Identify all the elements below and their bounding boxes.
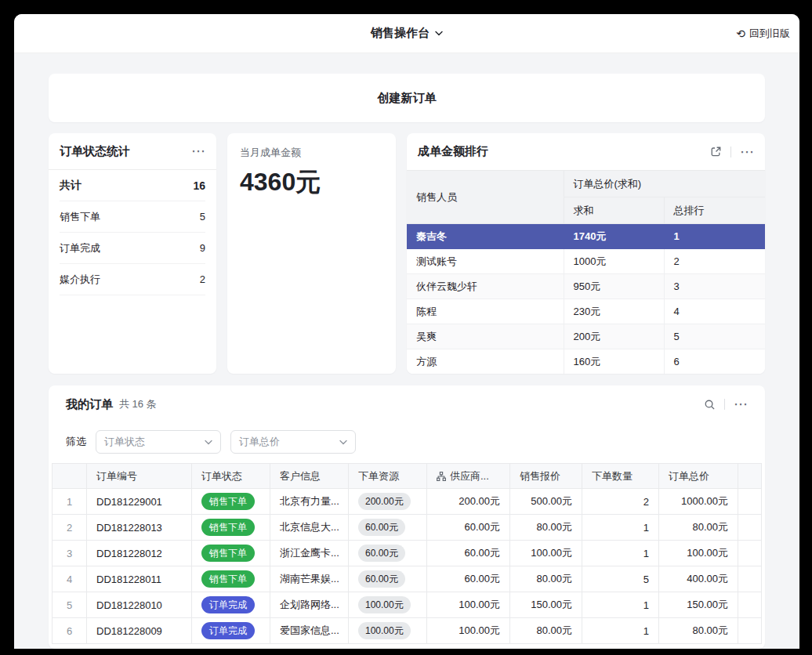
order-row[interactable]: 2 DD181228013 销售下单 北京信息大... 60.00元 60.00… [53,515,762,541]
col-supplier[interactable]: 供应商... [427,464,510,489]
ranking-col-total-group: 订单总价(求和) [564,171,765,197]
col-status[interactable]: 订单状态 [192,464,270,489]
order-row[interactable]: 5 DD181228010 订单完成 企划路网络... 100.00元 100.… [53,592,762,618]
sum-cell: 950元 [564,274,664,299]
search-icon[interactable] [703,398,716,411]
quantity-cell: 1 [582,618,659,644]
order-status-stats-card: 订单状态统计 ⋯ 共计 16 销售下单 5 订单完成 9 媒介执行 2 [49,133,216,374]
ranking-col-rank: 总排行 [664,197,765,224]
orders-table: 订单编号 订单状态 客户信息 下单资源 供应商... 销售报价 下单数量 订单 [52,463,762,644]
stat-value: 16 [193,179,205,192]
history-back-icon: ⟲ [736,27,745,40]
supplier-cell: 60.00元 [427,515,510,541]
quote-cell: 80.00元 [510,515,582,541]
status-cell: 销售下单 [192,541,270,566]
quote-cell: 100.00元 [510,541,582,566]
status-card-menu-icon[interactable]: ⋯ [191,144,205,158]
order-row[interactable]: 4 DD181228011 销售下单 湖南芒果娱... 60.00元 60.00… [53,566,762,592]
salesperson-cell: 陈程 [407,299,564,324]
stat-row-media: 媒介执行 2 [60,264,205,295]
quantity-cell: 5 [582,566,659,592]
stats-cards-row: 订单状态统计 ⋯ 共计 16 销售下单 5 订单完成 9 媒介执行 2 [49,133,765,374]
orders-card-actions: ⋯ [703,397,748,411]
customer-cell: 北京信息大... [270,515,349,541]
resource-cell: 100.00元 [349,618,427,644]
total-cell: 100.00元 [659,541,738,566]
orders-card-menu-icon[interactable]: ⋯ [734,397,748,411]
export-icon[interactable] [709,146,722,158]
status-badge: 订单完成 [201,596,255,613]
col-resource[interactable]: 下单资源 [349,464,427,489]
status-badge: 销售下单 [201,493,255,510]
extra-cell [738,618,762,644]
ranking-row[interactable]: 陈程 230元 4 [407,299,765,324]
row-index: 6 [53,618,87,644]
stat-row-sales: 销售下单 5 [60,201,205,233]
ranking-col-sum: 求和 [564,197,664,224]
extra-cell [738,541,762,566]
row-index: 3 [53,541,87,566]
total-cell: 400.00元 [659,566,738,592]
resource-cell: 60.00元 [349,541,427,566]
resource-cell: 100.00元 [349,592,427,618]
order-row[interactable]: 6 DD181228009 订单完成 爱国家信息... 100.00元 100.… [53,618,762,644]
order-no-cell: DD181228009 [87,618,192,644]
status-card-title: 订单状态统计 [60,144,130,159]
extra-cell [738,566,762,592]
orders-card-header: 我的订单 共 16 条 ⋯ [49,385,765,423]
month-amount-card: 当月成单金额 4360元 [227,133,396,374]
col-order-no[interactable]: 订单编号 [87,464,192,489]
resource-pill: 100.00元 [358,622,411,639]
rank-cell: 4 [664,299,765,324]
resource-pill: 60.00元 [358,519,405,536]
ranking-card-menu-icon[interactable]: ⋯ [740,145,754,159]
resource-pill: 60.00元 [358,545,405,562]
col-supplier-label: 供应商... [450,469,489,483]
col-quantity[interactable]: 下单数量 [582,464,659,489]
ranking-row[interactable]: 吴爽 200元 5 [407,324,765,349]
orders-card-title: 我的订单 [66,397,113,412]
ranking-row[interactable]: 测试账号 1000元 2 [407,249,765,274]
ranking-row[interactable]: 秦吉冬 1740元 1 [407,224,765,249]
back-to-old-version-button[interactable]: ⟲ 回到旧版 [736,14,790,53]
extra-cell [738,489,762,515]
row-index: 1 [53,489,87,515]
status-cell: 销售下单 [192,515,270,541]
order-row[interactable]: 3 DD181228012 销售下单 浙江金鹰卡... 60.00元 60.00… [53,541,762,566]
customer-cell: 湖南芒果娱... [270,566,349,592]
rank-cell: 2 [664,249,765,274]
col-quote[interactable]: 销售报价 [510,464,582,489]
ranking-card-title: 成单金额排行 [418,144,488,159]
salesperson-cell: 伙伴云魏少轩 [407,274,564,299]
ranking-row[interactable]: 伙伴云魏少轩 950元 3 [407,274,765,299]
col-total[interactable]: 订单总价 [659,464,738,489]
stat-value: 9 [200,242,205,254]
back-to-old-version-label: 回到旧版 [749,27,790,41]
resource-cell: 60.00元 [349,566,427,592]
rank-cell: 6 [664,349,765,375]
create-order-button[interactable]: 创建新订单 [49,74,765,122]
supplier-cell: 200.00元 [427,489,510,515]
order-total-filter-select[interactable]: 订单总价 [230,430,356,454]
order-total-filter-placeholder: 订单总价 [239,435,280,449]
stat-row-complete: 订单完成 9 [60,233,205,264]
app-window: 销售操作台 ⟲ 回到旧版 创建新订单 订单状态统计 ⋯ 共计 16 [14,14,799,649]
workspace-title-dropdown[interactable]: 销售操作台 [371,26,443,41]
filter-label: 筛选 [66,435,86,449]
status-cell: 销售下单 [192,489,270,515]
order-status-filter-select[interactable]: 订单状态 [96,430,221,454]
amount-ranking-card: 成单金额排行 ⋯ 销售人员 订单总价(求和) [407,133,765,374]
rank-cell: 1 [664,224,765,249]
sum-cell: 1000元 [564,249,664,274]
order-no-cell: DD181228012 [87,541,192,566]
quote-cell: 500.00元 [510,489,582,515]
status-badge: 销售下单 [201,519,255,536]
quote-cell: 80.00元 [510,566,582,592]
salesperson-cell: 测试账号 [407,249,564,274]
ranking-card-actions: ⋯ [709,145,754,159]
ranking-row[interactable]: 方源 160元 6 [407,349,765,375]
total-cell: 150.00元 [659,592,738,618]
order-row[interactable]: 1 DD181229001 销售下单 北京有力量... 200.00元 200.… [53,489,762,515]
orders-header-row: 订单编号 订单状态 客户信息 下单资源 供应商... 销售报价 下单数量 订单 [53,464,762,489]
col-customer[interactable]: 客户信息 [270,464,349,489]
